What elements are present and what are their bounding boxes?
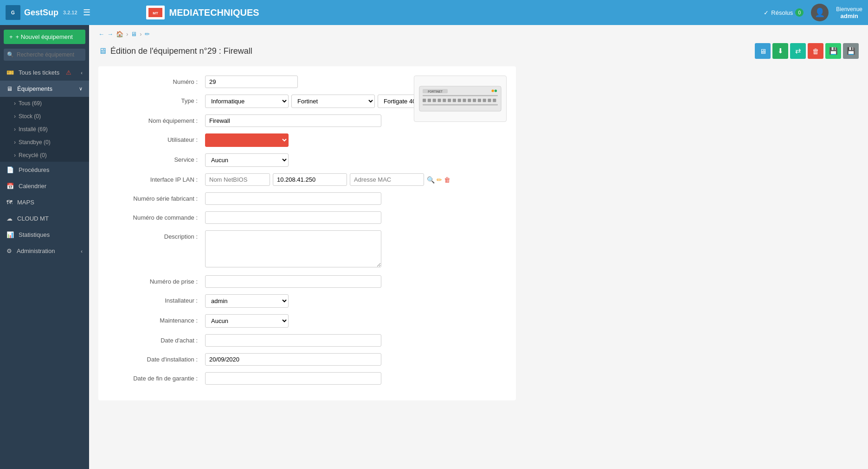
maintenance-select[interactable]: Aucun Contrat 1 Contrat 2 xyxy=(205,314,289,328)
action-btn-monitor[interactable]: 🖥 xyxy=(755,43,771,59)
sub-label: Tous (69) xyxy=(19,100,42,107)
service-select[interactable]: Aucun IT RH xyxy=(205,153,289,167)
prise-label: Numéro de prise : xyxy=(112,275,205,285)
installateur-label: Installateur : xyxy=(112,294,205,304)
garantie-input[interactable] xyxy=(205,372,381,385)
form-row-date-installation: Date d'installation : xyxy=(112,353,502,366)
form-row-garantie: Date de fin de garantie : xyxy=(112,372,502,385)
svg-rect-10 xyxy=(443,99,446,102)
chevron-icon: › xyxy=(14,152,16,158)
date-achat-field xyxy=(205,334,502,347)
commande-input[interactable] xyxy=(205,211,381,224)
avatar[interactable]: 👤 xyxy=(811,4,829,21)
prise-field xyxy=(205,275,502,288)
sidebar-item-calendrier[interactable]: 📅 Calendrier xyxy=(0,178,89,194)
hamburger-menu[interactable]: ☰ xyxy=(83,7,90,18)
sidebar-item-tous-les-tickets[interactable]: 🎫 Tous les tickets ⚠ ‹ xyxy=(0,64,89,81)
app-name: GestSup xyxy=(24,8,58,18)
sidebar-search: 🔍 xyxy=(4,49,85,61)
date-installation-input[interactable] xyxy=(205,353,381,366)
sidebar: + + Nouvel équipement 🔍 🎫 Tous les ticke… xyxy=(0,25,89,469)
plus-icon: + xyxy=(9,33,13,40)
form-row-service: Service : Aucun IT RH xyxy=(112,153,502,167)
ip-lan-field: 🔍 ✏ 🗑 xyxy=(205,173,502,186)
utilisateur-select[interactable] xyxy=(205,133,289,147)
sidebar-item-label: Procédures xyxy=(19,166,49,173)
page-header: 🖥 Édition de l'équipement n°29 : Firewal… xyxy=(98,43,859,59)
svg-rect-21 xyxy=(423,104,498,106)
sidebar-sub-standbye[interactable]: › Standbye (0) xyxy=(0,136,89,149)
nom-equipement-label: Nom équipement : xyxy=(112,114,205,124)
netbios-input[interactable] xyxy=(205,173,270,186)
checkmark-icon: ✓ xyxy=(764,9,769,16)
sidebar-item-administration[interactable]: ⚙ Administration ‹ xyxy=(0,243,89,259)
breadcrumb-monitor-icon[interactable]: 🖥 xyxy=(131,31,137,38)
breadcrumb-edit-icon[interactable]: ✏ xyxy=(145,31,150,38)
type-select-2[interactable]: Fortinet Cisco HP xyxy=(291,95,375,108)
serie-field xyxy=(205,192,502,205)
breadcrumb-back-icon[interactable]: ← xyxy=(98,31,104,38)
welcome-label: Bienvenue xyxy=(836,6,862,13)
svg-rect-18 xyxy=(483,99,486,102)
installateur-select[interactable]: admin user1 user2 xyxy=(205,294,289,308)
svg-rect-17 xyxy=(478,99,481,102)
numero-label: Numéro : xyxy=(112,76,205,85)
topbar-right: ✓ Résolus 0 👤 Bienvenue admin xyxy=(764,4,862,21)
app-logo: G GestSup 3.2.12 xyxy=(6,5,77,20)
breadcrumb-home-icon[interactable]: 🏠 xyxy=(116,31,123,38)
topbar: G GestSup 3.2.12 ☰ MT MEDIATECHNIQUES ✓ … xyxy=(0,0,868,25)
ip-edit-button[interactable]: ✏ xyxy=(437,176,442,184)
breadcrumb-sep2: › xyxy=(140,31,141,38)
action-btn-save-green[interactable]: 💾 xyxy=(825,43,841,59)
svg-text:FORTINET: FORTINET xyxy=(428,90,443,93)
commande-label: Numéro de commande : xyxy=(112,211,205,221)
sidebar-item-label: Administration xyxy=(17,247,55,254)
sidebar-sub-recycle[interactable]: › Recyclé (0) xyxy=(0,149,89,162)
sidebar-sub-stock[interactable]: › Stock (0) xyxy=(0,110,89,123)
search-icon: 🔍 xyxy=(7,51,14,58)
utilisateur-label: Utilisateur : xyxy=(112,133,205,143)
sidebar-item-maps[interactable]: 🗺 MAPS xyxy=(0,194,89,210)
notification-badge: 0 xyxy=(795,8,804,17)
ip-delete-button[interactable]: 🗑 xyxy=(444,176,450,184)
sub-label: Standbye (0) xyxy=(19,139,51,146)
service-label: Service : xyxy=(112,153,205,163)
new-equipment-button[interactable]: + + Nouvel équipement xyxy=(4,30,85,44)
sidebar-item-cloud-mt[interactable]: ☁ CLOUD MT xyxy=(0,210,89,227)
description-textarea[interactable] xyxy=(205,230,381,267)
date-achat-input[interactable] xyxy=(205,334,381,347)
nom-equipement-input[interactable] xyxy=(205,114,381,127)
ip-search-button[interactable]: 🔍 xyxy=(427,176,435,184)
sidebar-item-label: Statistiques xyxy=(19,231,50,238)
sidebar-sub-installe[interactable]: › Installé (69) xyxy=(0,123,89,136)
breadcrumb-forward-icon[interactable]: → xyxy=(107,31,113,38)
prise-input[interactable] xyxy=(205,275,381,288)
type-select-1[interactable]: Informatique Réseau Téléphonie xyxy=(205,95,289,108)
mac-input[interactable] xyxy=(350,173,424,186)
chevron-icon: › xyxy=(14,126,16,133)
brand-logo: MT xyxy=(146,6,165,19)
sidebar-sub-tous[interactable]: › Tous (69) xyxy=(0,97,89,110)
sidebar-item-equipements[interactable]: 🖥 Équipements ∨ xyxy=(0,81,89,97)
serie-label: Numéro série fabricant : xyxy=(112,192,205,202)
resolved-button[interactable]: ✓ Résolus 0 xyxy=(764,8,804,17)
sub-label: Recyclé (0) xyxy=(19,152,47,158)
svg-rect-19 xyxy=(488,99,491,102)
sidebar-item-label: Équipements xyxy=(17,85,52,92)
action-btn-transfer[interactable]: ⇄ xyxy=(790,43,806,59)
ip-input[interactable] xyxy=(273,173,347,186)
svg-rect-16 xyxy=(473,99,476,102)
sidebar-item-procedures[interactable]: 📄 Procédures xyxy=(0,162,89,178)
main-content: ← → 🏠 › 🖥 › ✏ 🖥 Édition de l'équipement … xyxy=(89,25,868,469)
sidebar-item-statistiques[interactable]: 📊 Statistiques xyxy=(0,227,89,243)
date-installation-label: Date d'installation : xyxy=(112,353,205,363)
sidebar-item-label: MAPS xyxy=(17,199,34,206)
serie-input[interactable] xyxy=(205,192,381,205)
numero-input[interactable] xyxy=(205,76,298,88)
action-btn-delete[interactable]: 🗑 xyxy=(808,43,823,59)
page-title-text: Édition de l'équipement n°29 : Firewall xyxy=(110,46,252,56)
search-input[interactable] xyxy=(4,49,85,61)
action-btn-download[interactable]: ⬇ xyxy=(772,43,788,59)
action-btn-save-gray[interactable]: 💾 xyxy=(843,43,859,59)
page-title: 🖥 Édition de l'équipement n°29 : Firewal… xyxy=(98,46,252,56)
